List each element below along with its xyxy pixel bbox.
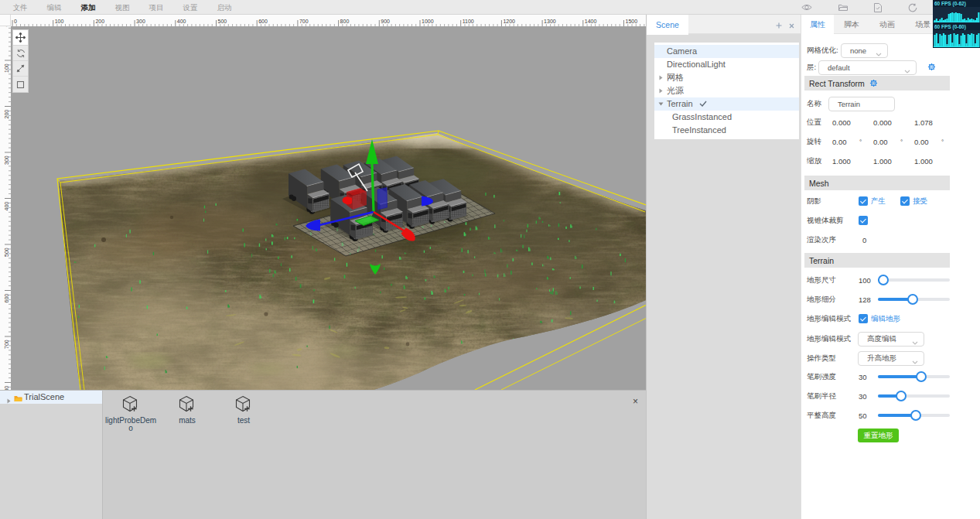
caret-right-icon <box>7 394 11 408</box>
cast-shadow-checkbox[interactable] <box>859 196 868 206</box>
asset-item-test[interactable]: test <box>216 395 271 425</box>
flatten-height-slider[interactable] <box>878 410 950 421</box>
tree-node-光源[interactable]: 光源 <box>654 84 799 97</box>
slider-handle[interactable] <box>910 410 921 421</box>
number-field[interactable]: 0.000 <box>832 118 851 127</box>
caret-right-icon[interactable] <box>657 71 664 84</box>
svg-text:800: 800 <box>340 19 350 24</box>
dropdown-value: 升高地形 <box>859 353 896 364</box>
slider-value[interactable]: 30 <box>859 392 867 401</box>
render-order-row: 渲染次序 0 <box>807 232 950 248</box>
dropdown-value: none <box>842 46 866 55</box>
tab-animation[interactable]: 动画 <box>869 15 905 34</box>
caret-down-icon[interactable] <box>657 97 664 111</box>
file-check-icon[interactable] <box>874 3 882 12</box>
field-label: 名称 <box>807 99 821 109</box>
menu-item-3[interactable]: 添加 <box>71 0 105 15</box>
field-label: 阴影 <box>807 196 821 207</box>
terrain-subdiv-slider[interactable] <box>878 294 950 305</box>
number-field[interactable]: 0.00 <box>832 138 847 146</box>
rotate-tool-button[interactable] <box>13 46 28 61</box>
name-input[interactable]: Terrain <box>828 97 895 111</box>
prefab-cube-icon <box>235 403 252 416</box>
refresh-icon[interactable] <box>908 3 917 12</box>
operation-type-dropdown[interactable]: 升高地形 <box>858 351 924 366</box>
tab-scene[interactable]: Scene <box>647 15 688 35</box>
menu-item-7[interactable]: 启动 <box>207 0 241 15</box>
move-tool-button[interactable] <box>13 30 28 46</box>
tree-node-网格[interactable]: 网格 <box>654 71 799 84</box>
render-order-value[interactable]: 0 <box>862 236 866 244</box>
svg-text:1300: 1300 <box>544 19 556 24</box>
menu-item-1[interactable]: 文件 <box>3 0 37 15</box>
tree-node-treeinstanced[interactable]: TreeInstanced <box>654 124 799 137</box>
number-field[interactable]: 0.000 <box>873 118 892 127</box>
receive-shadow-checkbox[interactable] <box>900 196 910 206</box>
tree-node-camera[interactable]: Camera <box>654 45 799 58</box>
svg-text:500: 500 <box>4 248 9 257</box>
section-rect-transform: Rect Transform <box>804 76 950 90</box>
caret-right-icon[interactable] <box>657 84 664 97</box>
slider-handle[interactable] <box>907 294 918 305</box>
degree-unit: ° <box>859 138 862 145</box>
scale-tool-button[interactable] <box>13 61 28 77</box>
close-assets-icon[interactable]: × <box>633 397 638 406</box>
menu-item-2[interactable]: 编辑 <box>37 0 71 15</box>
number-field[interactable]: 0.00 <box>873 138 888 146</box>
number-field[interactable]: 1.000 <box>914 157 933 166</box>
check-icon <box>699 97 707 111</box>
reset-terrain-button[interactable]: 重置地形 <box>858 429 899 442</box>
number-field[interactable]: 0.00 <box>914 138 929 146</box>
number-field[interactable]: 1.000 <box>873 157 892 166</box>
section-terrain: Terrain <box>804 253 950 268</box>
brush-strength-slider[interactable] <box>878 371 950 382</box>
folder-icon[interactable] <box>838 4 848 12</box>
tree-node-label: DirectionalLight <box>667 58 726 71</box>
slider-value[interactable]: 100 <box>859 276 871 285</box>
asset-item-lightprobedemo[interactable]: lightProbeDemo <box>103 395 159 432</box>
chevron-down-icon <box>912 338 918 347</box>
terrain-editmode-row: 地形编辑模式 编辑地形 <box>807 311 950 326</box>
number-field[interactable]: 1.078 <box>914 118 933 127</box>
mesh-optimize-dropdown[interactable]: none <box>841 43 888 58</box>
rect-tool-button[interactable] <box>13 77 28 92</box>
terrain-size-slider[interactable] <box>878 275 950 285</box>
svg-text:900: 900 <box>381 19 390 24</box>
tree-node-label: Camera <box>667 45 697 58</box>
close-scene-button[interactable] <box>789 18 794 32</box>
folder-row-trialscene[interactable]: TrialScene <box>0 391 102 404</box>
svg-text:200: 200 <box>95 19 104 24</box>
viewport-3d[interactable] <box>11 26 646 390</box>
slider-value[interactable]: 30 <box>859 373 867 381</box>
tree-node-terrain[interactable]: Terrain <box>654 97 799 111</box>
menu-item-4[interactable]: 视图 <box>105 0 139 15</box>
slider-value[interactable]: 50 <box>859 411 867 420</box>
folder-icon <box>14 393 22 406</box>
layer-dropdown[interactable]: default <box>818 60 917 75</box>
gear-icon[interactable] <box>927 63 936 71</box>
brush-radius-slider[interactable] <box>878 391 950 401</box>
add-scene-button[interactable] <box>776 18 782 32</box>
slider-handle[interactable] <box>916 371 927 382</box>
slider-handle[interactable] <box>896 391 907 401</box>
tree-node-directionallight[interactable]: DirectionalLight <box>654 58 799 71</box>
asset-item-mats[interactable]: mats <box>159 395 215 425</box>
fps-histogram-2 <box>933 30 980 47</box>
menu-item-6[interactable]: 设置 <box>173 0 207 15</box>
menu-item-5[interactable]: 项目 <box>139 0 173 15</box>
receive-shadow-label: 接受 <box>913 196 927 207</box>
eye-icon[interactable] <box>801 3 812 12</box>
slider-value[interactable]: 128 <box>859 295 871 304</box>
number-field[interactable]: 1.000 <box>832 157 851 166</box>
slider-handle[interactable] <box>878 275 889 285</box>
field-label: 网格优化: <box>807 46 838 56</box>
gear-icon[interactable] <box>869 79 878 87</box>
tree-node-grassinstanced[interactable]: GrassInstanced <box>654 111 799 124</box>
tab-script[interactable]: 脚本 <box>834 15 869 34</box>
field-label: 地形细分 <box>807 295 836 305</box>
edit-mode-dropdown[interactable]: 高度编辑 <box>858 332 924 347</box>
frustum-cull-checkbox[interactable] <box>859 216 868 225</box>
terrain-edit-checkbox[interactable] <box>859 314 868 323</box>
tab-properties[interactable]: 属性 <box>801 15 834 35</box>
field-label: 笔刷半径 <box>807 391 836 401</box>
